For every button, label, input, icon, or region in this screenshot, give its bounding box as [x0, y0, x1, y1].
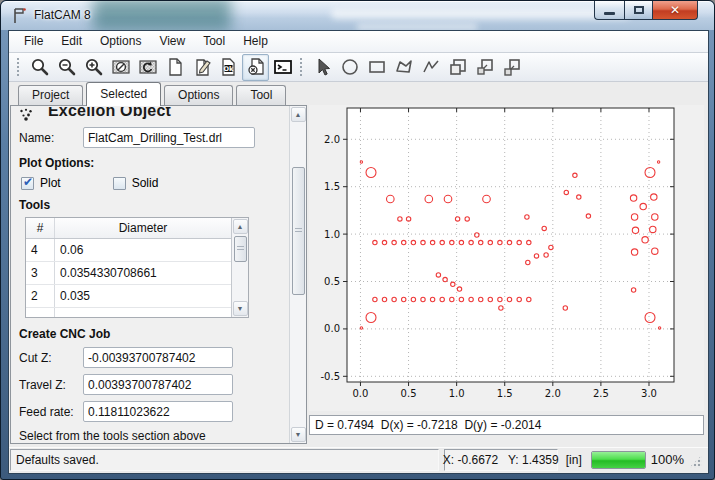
menu-item-view[interactable]: View [150, 31, 194, 52]
table-row[interactable]: 4 0.06 [26, 239, 231, 262]
accept-file-button[interactable]: Ok [215, 54, 242, 81]
tool-number: 2 [26, 285, 55, 307]
svg-text:2.5: 2.5 [593, 388, 609, 399]
toolbar-grip[interactable] [299, 56, 304, 78]
move-objects-icon [502, 57, 522, 77]
tab-selected[interactable]: Selected [86, 82, 161, 106]
menu-item-file[interactable]: File [15, 31, 52, 52]
scroll-up-icon[interactable]: ▲ [291, 107, 306, 122]
new-file-icon [165, 57, 185, 77]
draw-polygon-button[interactable] [390, 54, 417, 81]
accept-file-icon: Ok [219, 57, 239, 77]
maximize-button[interactable] [624, 1, 653, 20]
menu-item-edit[interactable]: Edit [52, 31, 91, 52]
name-input[interactable] [83, 127, 255, 148]
tool-diameter: 0.06 [55, 239, 231, 261]
clear-plot-icon [111, 57, 131, 77]
title-bar[interactable]: FlatCAM 8 ✕ [1, 1, 714, 30]
new-file-button[interactable] [161, 54, 188, 81]
menu-bar: File Edit Options View Tool Help [9, 31, 708, 53]
plot-area: 0.00.51.01.52.02.53.02.01.51.00.50.0-0.5… [307, 105, 708, 447]
zoom-out-icon [57, 57, 77, 77]
svg-text:0.0: 0.0 [324, 323, 340, 334]
shell-icon [273, 57, 293, 77]
copy-geometry-icon [475, 57, 495, 77]
minimize-icon [604, 12, 615, 15]
plot-svg[interactable]: 0.00.51.01.52.02.53.02.01.51.00.50.0-0.5 [309, 105, 704, 411]
scroll-down-icon[interactable]: ▼ [291, 427, 306, 442]
draw-circle-button[interactable] [336, 54, 363, 81]
svg-text:1.5: 1.5 [324, 181, 340, 192]
menu-item-help[interactable]: Help [234, 31, 277, 52]
tools-label: Tools [19, 198, 283, 212]
status-message: Defaults saved. [10, 449, 439, 471]
tab-tool[interactable]: Tool [236, 85, 286, 105]
cut-z-input[interactable] [83, 347, 233, 368]
plot-options-label: Plot Options: [19, 156, 283, 170]
close-button[interactable]: ✕ [653, 1, 698, 20]
copy-objects-icon [448, 57, 468, 77]
panel-scrollbar-thumb[interactable] [292, 167, 305, 295]
tool-diameter: 0.0354330708661 [55, 262, 231, 284]
rectangle-tool-icon [367, 57, 387, 77]
replot-icon [138, 57, 158, 77]
object-title: Excellon Object [48, 107, 171, 120]
table-row[interactable]: 2 0.035 [26, 285, 231, 308]
svg-text:0.5: 0.5 [324, 276, 340, 287]
tab-project[interactable]: Project [18, 85, 83, 105]
move-objects-button[interactable] [498, 54, 525, 81]
distance-readout: D = 0.7494 D(x) = -0.7218 D(y) = -0.2014 [309, 415, 704, 435]
minimize-button[interactable] [594, 1, 624, 20]
table-scrollbar[interactable]: ▲ ▼ [231, 218, 248, 317]
polyline-tool-icon [421, 57, 441, 77]
panel-scrollbar[interactable]: ▲ ▼ [289, 106, 306, 443]
draw-polyline-button[interactable] [417, 54, 444, 81]
scroll-up-icon[interactable]: ▲ [233, 219, 248, 234]
scroll-down-icon[interactable]: ▼ [233, 301, 248, 316]
svg-text:2.0: 2.0 [324, 134, 340, 145]
svg-text:0.5: 0.5 [401, 388, 417, 399]
svg-text:Ok: Ok [223, 65, 234, 73]
copy-objects-button[interactable] [444, 54, 471, 81]
solid-checkbox[interactable] [113, 177, 126, 190]
feed-rate-input[interactable] [83, 401, 233, 422]
zoom-in-button[interactable] [80, 54, 107, 81]
svg-text:2.0: 2.0 [545, 388, 561, 399]
tab-options[interactable]: Options [164, 85, 233, 105]
polygon-tool-icon [394, 57, 414, 77]
draw-rectangle-button[interactable] [363, 54, 390, 81]
zoom-fit-button[interactable] [26, 54, 53, 81]
edit-file-button[interactable] [188, 54, 215, 81]
select-tool-button[interactable] [309, 54, 336, 81]
plot-checkbox[interactable] [21, 177, 34, 190]
zoom-in-icon [84, 57, 104, 77]
svg-text:1.5: 1.5 [497, 388, 513, 399]
zoom-out-button[interactable] [53, 54, 80, 81]
menu-item-options[interactable]: Options [91, 31, 150, 52]
selected-object-panel: Excellon Object Name: Plot Options: Plot… [10, 105, 307, 444]
excellon-drill-icon [19, 108, 34, 121]
clear-plot-button[interactable] [107, 54, 134, 81]
maximize-icon [634, 6, 644, 14]
zoom-fit-icon [30, 57, 50, 77]
travel-z-input[interactable] [83, 374, 233, 395]
mouse-coordinates: X: -0.6672 Y: 1.4359 [444, 449, 558, 471]
delete-object-icon [246, 57, 266, 77]
replot-button[interactable] [134, 54, 161, 81]
cnc-section-label: Create CNC Job [19, 327, 283, 341]
copy-geometry-button[interactable] [471, 54, 498, 81]
circle-tool-icon [340, 57, 360, 77]
delete-object-button[interactable] [242, 54, 269, 81]
table-row-partial[interactable] [26, 308, 231, 318]
menu-item-tool[interactable]: Tool [194, 31, 234, 52]
tools-table-header: # Diameter [26, 218, 231, 239]
units-label: [in] [566, 453, 582, 467]
shell-button[interactable] [269, 54, 296, 81]
svg-text:1.0: 1.0 [324, 229, 340, 240]
resize-grip-icon[interactable] [689, 455, 702, 468]
window-title: FlatCAM 8 [34, 8, 91, 22]
table-row[interactable]: 3 0.0354330708661 [26, 262, 231, 285]
col-header-number: # [26, 218, 55, 238]
toolbar-grip[interactable] [16, 56, 21, 78]
table-scrollbar-thumb[interactable] [234, 236, 247, 262]
